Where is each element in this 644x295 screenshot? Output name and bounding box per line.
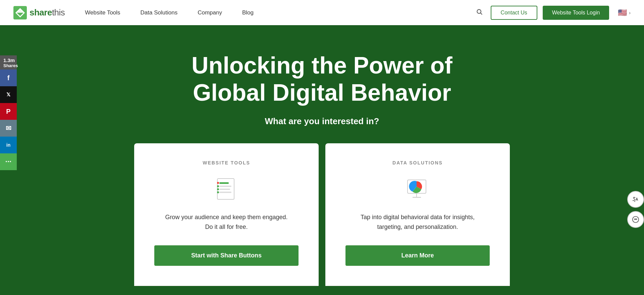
nav-blog[interactable]: Blog xyxy=(242,9,254,16)
start-share-buttons-button[interactable]: Start with Share Buttons xyxy=(154,245,299,266)
data-solutions-icon xyxy=(404,176,431,202)
nav-company[interactable]: Company xyxy=(198,9,222,16)
pinterest-share-button[interactable]: P xyxy=(0,103,17,120)
twitter-share-button[interactable]: 𝕏 xyxy=(0,86,17,103)
logo-icon xyxy=(13,6,27,19)
share-bar: 1.3m Shares f 𝕏 P ✉ in ··· xyxy=(0,55,17,170)
language-selector[interactable]: 🇺🇸 › xyxy=(618,8,631,17)
website-tools-card: WEBSITE TOOLS Grow your audience and kee… xyxy=(134,143,319,286)
svg-rect-6 xyxy=(219,182,229,184)
svg-point-19 xyxy=(634,219,635,219)
svg-point-3 xyxy=(477,9,481,13)
logo[interactable]: sharethis xyxy=(13,6,65,19)
search-button[interactable] xyxy=(473,7,485,18)
hero-section: Unlocking the Power of Global Digital Be… xyxy=(0,25,644,295)
facebook-share-button[interactable]: f xyxy=(0,69,17,86)
more-share-button[interactable]: ··· xyxy=(0,153,17,170)
share-count-label: Shares xyxy=(3,63,18,68)
share-count: 1.3m Shares xyxy=(0,55,17,69)
svg-point-20 xyxy=(635,219,636,219)
email-share-button[interactable]: ✉ xyxy=(0,120,17,137)
learn-more-button[interactable]: Learn More xyxy=(345,245,490,266)
nav-actions: Contact Us Website Tools Login 🇺🇸 › xyxy=(473,6,631,20)
linkedin-share-button[interactable]: in xyxy=(0,137,17,153)
nav-links: Website Tools Data Solutions Company Blo… xyxy=(85,9,473,16)
search-icon xyxy=(476,8,483,15)
nav-website-tools[interactable]: Website Tools xyxy=(85,9,120,16)
right-widgets xyxy=(627,191,644,228)
navbar: sharethis Website Tools Data Solutions C… xyxy=(0,0,644,25)
website-tools-icon xyxy=(213,176,240,202)
contact-us-button[interactable]: Contact Us xyxy=(491,6,537,20)
svg-rect-9 xyxy=(219,192,231,193)
translate-icon xyxy=(632,196,639,203)
chat-icon xyxy=(632,216,639,223)
svg-rect-7 xyxy=(219,186,231,187)
logo-text: sharethis xyxy=(30,7,65,18)
website-tools-desc: Grow your audience and keep them engaged… xyxy=(165,212,287,232)
hero-title: Unlocking the Power of Global Digital Be… xyxy=(192,52,452,106)
hero-subtitle: What are you interested in? xyxy=(265,116,379,127)
website-tools-label: WEBSITE TOOLS xyxy=(203,160,250,165)
data-solutions-card: DATA SOLUTIONS Tap into digital behavior… xyxy=(325,143,510,286)
flag-icon: 🇺🇸 xyxy=(618,8,627,17)
website-tools-login-button[interactable]: Website Tools Login xyxy=(543,6,609,20)
nav-data-solutions[interactable]: Data Solutions xyxy=(141,9,178,16)
svg-line-4 xyxy=(480,13,482,15)
svg-point-13 xyxy=(217,191,219,193)
share-count-number: 1.3m xyxy=(3,57,13,63)
chat-button[interactable] xyxy=(627,211,644,228)
chevron-down-icon: › xyxy=(629,10,631,15)
svg-point-12 xyxy=(217,188,219,190)
data-solutions-label: DATA SOLUTIONS xyxy=(392,160,443,165)
svg-point-10 xyxy=(217,182,219,184)
svg-point-21 xyxy=(636,219,637,219)
cards-row: WEBSITE TOOLS Grow your audience and kee… xyxy=(131,143,513,286)
svg-rect-8 xyxy=(219,189,230,190)
data-solutions-desc: Tap into digital behavioral data for ins… xyxy=(361,212,475,232)
svg-point-11 xyxy=(217,185,219,187)
translate-button[interactable] xyxy=(627,191,644,208)
